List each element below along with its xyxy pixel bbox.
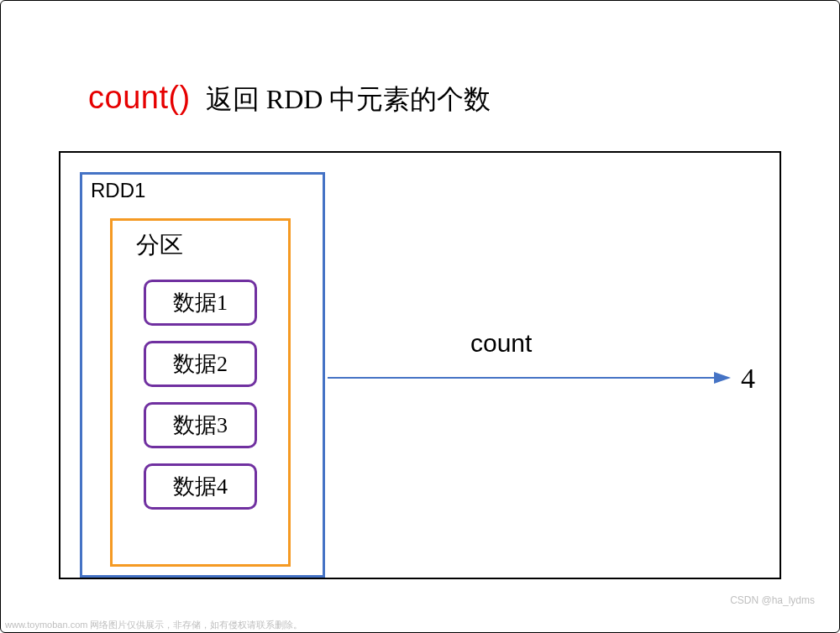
partition-box: 分区 数据1 数据2 数据3 数据4: [110, 218, 291, 567]
partition-label: 分区: [136, 229, 288, 261]
diagram-container: RDD1 分区 数据1 数据2 数据3 数据4 count 4: [59, 151, 781, 579]
watermark-author: CSDN @ha_lydms: [730, 594, 815, 606]
method-name: count(): [88, 80, 191, 116]
data-item: 数据4: [144, 463, 257, 510]
arrow-icon: [328, 369, 731, 386]
data-item: 数据2: [144, 341, 257, 387]
data-items-list: 数据1 数据2 数据3 数据4: [113, 280, 288, 510]
svg-marker-1: [714, 372, 731, 384]
arrow-container: count: [328, 369, 731, 411]
data-item: 数据3: [144, 402, 257, 448]
result-value: 4: [741, 363, 755, 395]
rdd-box: RDD1 分区 数据1 数据2 数据3 数据4: [80, 172, 325, 578]
arrow-label: count: [470, 329, 532, 358]
data-item: 数据1: [144, 280, 257, 326]
title-section: count() 返回 RDD 中元素的个数: [88, 80, 491, 118]
method-description: 返回 RDD 中元素的个数: [206, 81, 491, 118]
rdd-label: RDD1: [91, 179, 145, 202]
watermark-source: www.toymoban.com 网络图片仅供展示，非存储，如有侵权请联系删除。: [5, 619, 302, 631]
